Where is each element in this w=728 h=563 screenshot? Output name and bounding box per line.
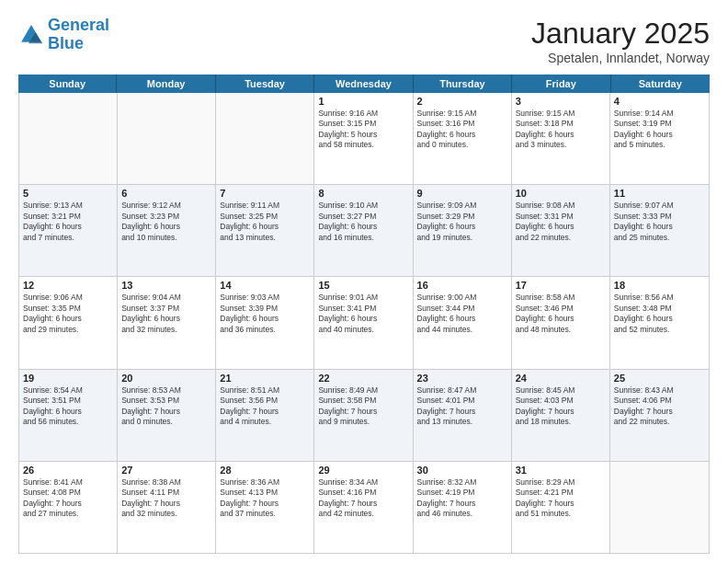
page: General Blue January 2025 Spetalen, Innl… — [0, 0, 728, 563]
cal-cell-r2-c2: 14Sunrise: 9:03 AM Sunset: 3:39 PM Dayli… — [216, 277, 314, 368]
cal-cell-r4-c6 — [610, 462, 709, 553]
cell-text-r2-c5: Sunrise: 8:58 AM Sunset: 3:46 PM Dayligh… — [516, 293, 606, 335]
cell-text-r3-c5: Sunrise: 8:45 AM Sunset: 4:03 PM Dayligh… — [516, 385, 606, 428]
cell-text-r3-c1: Sunrise: 8:53 AM Sunset: 3:53 PM Dayligh… — [121, 385, 211, 428]
cell-text-r3-c3: Sunrise: 8:49 AM Sunset: 3:58 PM Dayligh… — [318, 385, 408, 428]
cal-cell-r0-c2 — [216, 93, 314, 184]
cal-cell-r2-c5: 17Sunrise: 8:58 AM Sunset: 3:46 PM Dayli… — [512, 277, 610, 368]
cell-text-r2-c4: Sunrise: 9:00 AM Sunset: 3:44 PM Dayligh… — [417, 293, 507, 335]
cell-text-r0-c4: Sunrise: 9:15 AM Sunset: 3:16 PM Dayligh… — [417, 109, 507, 151]
day-number-r2-c3: 15 — [318, 280, 408, 291]
day-number-r2-c0: 12 — [23, 280, 113, 291]
cell-text-r0-c5: Sunrise: 9:15 AM Sunset: 3:18 PM Dayligh… — [516, 109, 606, 151]
cal-cell-r1-c5: 10Sunrise: 9:08 AM Sunset: 3:31 PM Dayli… — [512, 185, 610, 276]
cal-cell-r3-c4: 23Sunrise: 8:47 AM Sunset: 4:01 PM Dayli… — [414, 370, 512, 461]
day-number-r2-c2: 14 — [220, 280, 310, 291]
day-number-r3-c6: 25 — [614, 373, 705, 384]
day-number-r1-c4: 9 — [417, 188, 507, 199]
cell-text-r1-c2: Sunrise: 9:11 AM Sunset: 3:25 PM Dayligh… — [220, 201, 310, 243]
cell-text-r4-c0: Sunrise: 8:41 AM Sunset: 4:08 PM Dayligh… — [23, 477, 113, 520]
calendar-body: 1Sunrise: 9:16 AM Sunset: 3:15 PM Daylig… — [18, 93, 710, 554]
day-number-r4-c2: 28 — [220, 465, 310, 476]
cal-cell-r2-c3: 15Sunrise: 9:01 AM Sunset: 3:41 PM Dayli… — [314, 277, 413, 368]
header-saturday: Saturday — [611, 75, 710, 93]
day-number-r3-c4: 23 — [417, 373, 507, 384]
day-number-r1-c5: 10 — [516, 188, 606, 199]
day-number-r3-c3: 22 — [318, 373, 408, 384]
day-number-r4-c0: 26 — [23, 465, 113, 476]
day-number-r4-c3: 29 — [318, 465, 408, 476]
day-number-r3-c1: 20 — [121, 373, 211, 384]
day-number-r0-c3: 1 — [318, 96, 408, 107]
title-section: January 2025 Spetalen, Innlandet, Norway — [531, 17, 710, 65]
cell-text-r4-c1: Sunrise: 8:38 AM Sunset: 4:11 PM Dayligh… — [121, 477, 211, 520]
day-number-r1-c1: 6 — [121, 188, 211, 199]
cal-cell-r4-c1: 27Sunrise: 8:38 AM Sunset: 4:11 PM Dayli… — [118, 462, 216, 553]
header-sunday: Sunday — [18, 75, 117, 93]
cal-cell-r1-c6: 11Sunrise: 9:07 AM Sunset: 3:33 PM Dayli… — [610, 185, 709, 276]
cell-text-r2-c3: Sunrise: 9:01 AM Sunset: 3:41 PM Dayligh… — [318, 293, 408, 335]
cell-text-r1-c5: Sunrise: 9:08 AM Sunset: 3:31 PM Dayligh… — [516, 201, 606, 243]
day-number-r4-c5: 31 — [516, 465, 606, 476]
cell-text-r3-c0: Sunrise: 8:54 AM Sunset: 3:51 PM Dayligh… — [23, 385, 113, 428]
cell-text-r4-c5: Sunrise: 8:29 AM Sunset: 4:21 PM Dayligh… — [516, 477, 606, 520]
cal-cell-r0-c1 — [118, 93, 216, 184]
logo: General Blue — [18, 17, 109, 53]
cal-cell-r1-c2: 7Sunrise: 9:11 AM Sunset: 3:25 PM Daylig… — [216, 185, 314, 276]
cal-cell-r0-c0 — [19, 93, 118, 184]
logo-icon — [18, 22, 44, 48]
cal-row-0: 1Sunrise: 9:16 AM Sunset: 3:15 PM Daylig… — [19, 93, 709, 185]
cell-text-r4-c4: Sunrise: 8:32 AM Sunset: 4:19 PM Dayligh… — [417, 477, 507, 520]
cal-row-3: 19Sunrise: 8:54 AM Sunset: 3:51 PM Dayli… — [19, 370, 709, 462]
cal-cell-r0-c4: 2Sunrise: 9:15 AM Sunset: 3:16 PM Daylig… — [414, 93, 512, 184]
cell-text-r1-c4: Sunrise: 9:09 AM Sunset: 3:29 PM Dayligh… — [417, 201, 507, 243]
cal-cell-r2-c0: 12Sunrise: 9:06 AM Sunset: 3:35 PM Dayli… — [19, 277, 118, 368]
cal-cell-r2-c1: 13Sunrise: 9:04 AM Sunset: 3:37 PM Dayli… — [118, 277, 216, 368]
cal-cell-r0-c6: 4Sunrise: 9:14 AM Sunset: 3:19 PM Daylig… — [610, 93, 709, 184]
cell-text-r1-c6: Sunrise: 9:07 AM Sunset: 3:33 PM Dayligh… — [614, 201, 705, 243]
cell-text-r4-c3: Sunrise: 8:34 AM Sunset: 4:16 PM Dayligh… — [318, 477, 408, 520]
cell-text-r3-c2: Sunrise: 8:51 AM Sunset: 3:56 PM Dayligh… — [220, 385, 310, 428]
header-wednesday: Wednesday — [314, 75, 413, 93]
cal-cell-r1-c3: 8Sunrise: 9:10 AM Sunset: 3:27 PM Daylig… — [314, 185, 413, 276]
cal-cell-r4-c0: 26Sunrise: 8:41 AM Sunset: 4:08 PM Dayli… — [19, 462, 118, 553]
header-thursday: Thursday — [414, 75, 512, 93]
header: General Blue January 2025 Spetalen, Innl… — [18, 17, 710, 65]
day-number-r0-c4: 2 — [417, 96, 507, 107]
day-number-r4-c4: 30 — [417, 465, 507, 476]
cal-cell-r3-c6: 25Sunrise: 8:43 AM Sunset: 4:06 PM Dayli… — [610, 370, 709, 461]
cell-text-r3-c4: Sunrise: 8:47 AM Sunset: 4:01 PM Dayligh… — [417, 385, 507, 428]
cell-text-r0-c6: Sunrise: 9:14 AM Sunset: 3:19 PM Dayligh… — [614, 109, 705, 151]
cell-text-r4-c2: Sunrise: 8:36 AM Sunset: 4:13 PM Dayligh… — [220, 477, 310, 520]
cal-cell-r1-c0: 5Sunrise: 9:13 AM Sunset: 3:21 PM Daylig… — [19, 185, 118, 276]
cal-cell-r4-c4: 30Sunrise: 8:32 AM Sunset: 4:19 PM Dayli… — [414, 462, 512, 553]
cal-cell-r4-c2: 28Sunrise: 8:36 AM Sunset: 4:13 PM Dayli… — [216, 462, 314, 553]
day-number-r0-c5: 3 — [516, 96, 606, 107]
logo-line1: General — [48, 16, 109, 34]
cell-text-r2-c1: Sunrise: 9:04 AM Sunset: 3:37 PM Dayligh… — [121, 293, 211, 335]
cal-cell-r0-c5: 3Sunrise: 9:15 AM Sunset: 3:18 PM Daylig… — [512, 93, 610, 184]
calendar-subtitle: Spetalen, Innlandet, Norway — [531, 51, 710, 65]
day-number-r2-c5: 17 — [516, 280, 606, 291]
cell-text-r1-c1: Sunrise: 9:12 AM Sunset: 3:23 PM Dayligh… — [121, 201, 211, 243]
calendar-title: January 2025 — [531, 17, 710, 51]
cell-text-r2-c6: Sunrise: 8:56 AM Sunset: 3:48 PM Dayligh… — [614, 293, 705, 335]
cal-cell-r1-c1: 6Sunrise: 9:12 AM Sunset: 3:23 PM Daylig… — [118, 185, 216, 276]
cal-cell-r4-c3: 29Sunrise: 8:34 AM Sunset: 4:16 PM Dayli… — [314, 462, 413, 553]
calendar-header: Sunday Monday Tuesday Wednesday Thursday… — [18, 75, 710, 93]
header-monday: Monday — [117, 75, 215, 93]
cal-cell-r1-c4: 9Sunrise: 9:09 AM Sunset: 3:29 PM Daylig… — [414, 185, 512, 276]
day-number-r1-c2: 7 — [220, 188, 310, 199]
header-tuesday: Tuesday — [216, 75, 314, 93]
cal-cell-r3-c3: 22Sunrise: 8:49 AM Sunset: 3:58 PM Dayli… — [314, 370, 413, 461]
day-number-r3-c2: 21 — [220, 373, 310, 384]
cal-cell-r3-c5: 24Sunrise: 8:45 AM Sunset: 4:03 PM Dayli… — [512, 370, 610, 461]
day-number-r2-c1: 13 — [121, 280, 211, 291]
cell-text-r2-c0: Sunrise: 9:06 AM Sunset: 3:35 PM Dayligh… — [23, 293, 113, 335]
cell-text-r1-c3: Sunrise: 9:10 AM Sunset: 3:27 PM Dayligh… — [318, 201, 408, 243]
day-number-r3-c5: 24 — [516, 373, 606, 384]
header-friday: Friday — [512, 75, 610, 93]
cal-row-2: 12Sunrise: 9:06 AM Sunset: 3:35 PM Dayli… — [19, 277, 709, 369]
cal-cell-r2-c6: 18Sunrise: 8:56 AM Sunset: 3:48 PM Dayli… — [610, 277, 709, 368]
day-number-r0-c6: 4 — [614, 96, 705, 107]
